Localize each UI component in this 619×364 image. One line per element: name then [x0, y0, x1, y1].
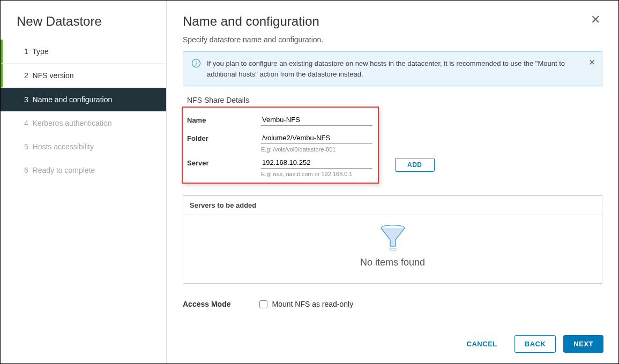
nfs-share-details-label: NFS Share Details [187, 96, 602, 104]
step-number: 4 [24, 119, 28, 127]
add-server-button[interactable]: ADD [395, 158, 435, 172]
step-number: 3 [24, 95, 28, 104]
step-label: NFS version [33, 71, 74, 80]
step-number: 1 [24, 47, 28, 56]
name-label: Name [187, 116, 255, 124]
folder-label: Folder [187, 134, 255, 142]
next-button[interactable]: NEXT [563, 335, 603, 353]
cancel-button[interactable]: CANCEL [457, 336, 507, 352]
readonly-checkbox[interactable] [259, 300, 267, 308]
server-hint: E.g: nas, nas.it.com or 192.168.0.1 [261, 171, 374, 177]
folder-hint: E.g: /vols/vol0/datastore-001 [261, 146, 374, 153]
page-subtitle: Specify datastore name and configuration… [183, 35, 602, 44]
folder-input[interactable] [261, 132, 372, 144]
server-input[interactable] [261, 157, 372, 169]
step-ready-to-complete: 6 Ready to complete [1, 158, 166, 182]
main-panel: Name and configuration ✕ Specify datasto… [167, 1, 618, 363]
new-datastore-dialog: New Datastore 1 Type 2 NFS version 3 Nam… [0, 0, 619, 364]
access-mode-row: Access Mode Mount NFS as read-only [183, 300, 602, 308]
svg-point-1 [389, 248, 397, 251]
readonly-checkbox-label: Mount NFS as read-only [272, 300, 353, 308]
step-label: Hosts accessibility [33, 142, 94, 151]
step-number: 2 [24, 71, 28, 80]
info-icon: i [192, 59, 200, 67]
info-close-icon[interactable]: ✕ [588, 57, 595, 67]
no-items-text: No items found [183, 257, 602, 268]
wizard-sidebar: New Datastore 1 Type 2 NFS version 3 Nam… [1, 1, 167, 363]
servers-to-be-added-box: Servers to be added No items found [183, 195, 602, 284]
step-label: Ready to complete [33, 166, 95, 175]
step-number: 6 [24, 166, 28, 175]
page-title: Name and configuration [183, 14, 319, 29]
nfs-share-form-highlight: Name Folder E.g: /vols/vol0/datastore-00… [182, 107, 379, 184]
server-label: Server [187, 159, 255, 167]
step-number: 5 [24, 142, 28, 151]
step-kerberos-authentication: 4 Kerberos authentication [1, 111, 166, 135]
info-text: If you plan to configure an existing dat… [207, 58, 593, 79]
access-mode-label: Access Mode [183, 300, 230, 308]
step-type[interactable]: 1 Type [1, 40, 166, 64]
servers-empty-state: No items found [183, 215, 602, 283]
close-icon[interactable]: ✕ [588, 14, 602, 26]
servers-header: Servers to be added [183, 196, 602, 215]
funnel-icon [381, 225, 405, 252]
wizard-steps: 1 Type 2 NFS version 3 Name and configur… [1, 40, 166, 182]
step-hosts-accessibility: 5 Hosts accessibility [1, 135, 166, 158]
step-name-and-configuration[interactable]: 3 Name and configuration [1, 88, 166, 111]
info-banner: i If you plan to configure an existing d… [183, 51, 602, 86]
dialog-footer: CANCEL BACK NEXT [457, 335, 603, 353]
step-label: Type [32, 47, 48, 56]
sidebar-title: New Datastore [1, 1, 166, 40]
step-label: Name and configuration [33, 95, 113, 104]
back-button[interactable]: BACK [514, 335, 556, 353]
name-input[interactable] [261, 114, 372, 126]
step-nfs-version[interactable]: 2 NFS version [1, 64, 166, 88]
step-label: Kerberos authentication [33, 119, 112, 127]
